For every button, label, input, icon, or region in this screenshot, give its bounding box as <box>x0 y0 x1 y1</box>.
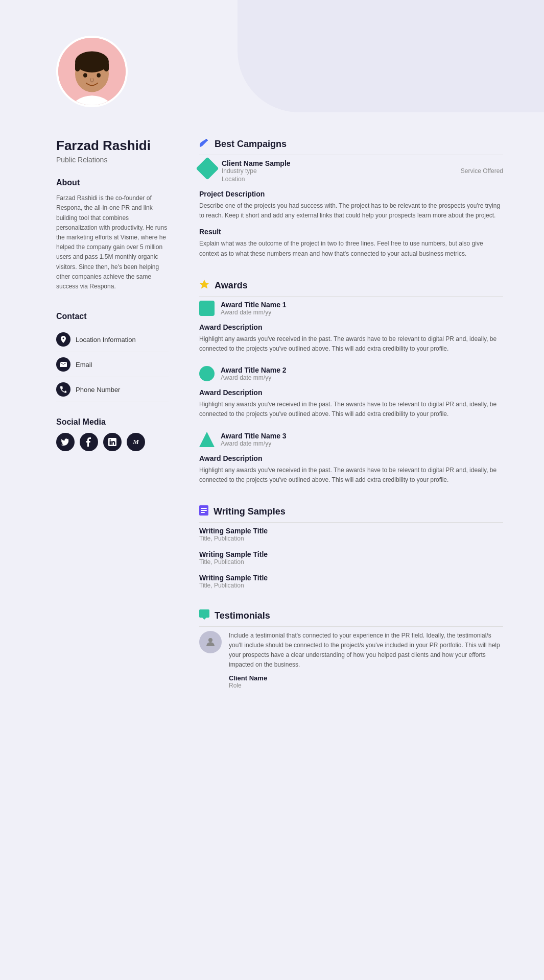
campaigns-title-row: Best Campaigns <box>199 138 503 155</box>
avatar <box>56 36 128 107</box>
testimonials-title-row: Testimonials <box>199 609 503 627</box>
writing-pub-2: Title, Publication <box>199 558 503 566</box>
contact-email-label: Email <box>76 361 92 369</box>
writing-title-2: Writing Sample Title <box>199 550 503 558</box>
profile-title: Public Relations <box>56 156 169 164</box>
writing-title-row: Writing Samples <box>199 505 503 523</box>
awards-section: Awards Award Title Name 1 Award date mm/… <box>199 279 503 485</box>
writing-item-3: Writing Sample Title Title, Publication <box>199 574 503 589</box>
campaign-meta-row: Industry type Service Offered <box>222 167 503 175</box>
writing-pub-1: Title, Publication <box>199 535 503 542</box>
award-date-2: Award date mm/yy <box>221 374 287 381</box>
award-info-1: Award Title Name 1 Award date mm/yy <box>221 301 287 316</box>
svg-rect-5 <box>75 62 80 71</box>
right-column: Best Campaigns Client Name Sample Indust… <box>199 138 503 709</box>
contact-phone[interactable]: Phone Number <box>56 377 169 402</box>
about-section: About Farzad Rashidi is the co-founder o… <box>56 178 169 291</box>
award-title-2: Award Title Name 2 <box>221 366 287 374</box>
campaign-industry: Industry type <box>222 167 257 175</box>
writing-samples-section: Writing Samples Writing Sample Title Tit… <box>199 505 503 589</box>
svg-point-14 <box>208 638 212 642</box>
writing-icon <box>199 505 208 518</box>
award-desc-text-2: Highlight any awards you've received in … <box>199 400 503 419</box>
svg-rect-6 <box>104 62 109 71</box>
award-title-1: Award Title Name 1 <box>221 301 287 309</box>
campaign-name: Client Name Sample <box>222 159 503 167</box>
social-media-heading: Social Media <box>56 418 169 427</box>
writing-item-2: Writing Sample Title Title, Publication <box>199 550 503 566</box>
campaign-location: Location <box>222 176 503 183</box>
award-desc-title-1: Award Description <box>199 323 503 331</box>
award-triangle-icon-3 <box>199 432 215 447</box>
email-icon <box>56 357 70 372</box>
svg-rect-13 <box>201 512 205 513</box>
svg-marker-9 <box>200 280 209 289</box>
about-text: Farzad Rashidi is the co-founder of Resp… <box>56 193 169 291</box>
about-heading: About <box>56 178 169 187</box>
avatar-wrapper <box>56 36 128 107</box>
contact-location[interactable]: Location Information <box>56 327 169 352</box>
phone-icon <box>56 382 70 397</box>
campaign-header: Client Name Sample Industry type Service… <box>199 159 503 183</box>
testimonial-avatar-1 <box>199 631 222 653</box>
contact-heading: Contact <box>56 312 169 321</box>
writing-heading: Writing Samples <box>214 506 286 517</box>
svg-point-8 <box>97 73 101 77</box>
profile-name: Farzad Rashidi <box>56 138 169 154</box>
svg-rect-12 <box>201 510 207 511</box>
social-media-section: Social Media M <box>56 418 169 451</box>
award-date-1: Award date mm/yy <box>221 309 287 316</box>
award-square-icon-1 <box>199 301 215 316</box>
svg-rect-11 <box>201 508 207 509</box>
campaign-service: Service Offered <box>461 167 503 175</box>
testimonial-content-1: Include a testimonial that's connected t… <box>229 631 503 689</box>
testimonials-section: Testimonials Include a testimonial that'… <box>199 609 503 689</box>
testimonial-role-1: Role <box>229 682 503 689</box>
project-description-text: Describe one of the projects you had suc… <box>199 201 503 220</box>
awards-heading: Awards <box>215 280 248 291</box>
award-header-2: Award Title Name 2 Award date mm/yy <box>199 366 503 381</box>
testimonial-text-1: Include a testimonial that's connected t… <box>229 631 503 670</box>
contact-location-label: Location Information <box>76 336 136 344</box>
social-icons-row: M <box>56 433 169 451</box>
twitter-icon[interactable] <box>56 433 75 451</box>
result-title: Result <box>199 228 503 236</box>
campaign-item: Client Name Sample Industry type Service… <box>199 159 503 259</box>
facebook-icon[interactable] <box>80 433 98 451</box>
medium-icon[interactable]: M <box>127 433 145 451</box>
award-info-2: Award Title Name 2 Award date mm/yy <box>221 366 287 381</box>
award-info-3: Award Title Name 3 Award date mm/yy <box>221 432 287 447</box>
project-description-title: Project Description <box>199 190 503 198</box>
contact-phone-label: Phone Number <box>76 386 120 394</box>
campaign-diamond-icon <box>196 157 219 180</box>
award-item-1: Award Title Name 1 Award date mm/yy Awar… <box>199 301 503 354</box>
award-desc-title-2: Award Description <box>199 388 503 397</box>
writing-title-1: Writing Sample Title <box>199 527 503 535</box>
award-circle-icon-2 <box>199 366 215 381</box>
testimonial-item-1: Include a testimonial that's connected t… <box>199 631 503 689</box>
testimonials-icon <box>199 609 209 622</box>
award-item-2: Award Title Name 2 Award date mm/yy Awar… <box>199 366 503 419</box>
testimonial-name-1: Client Name <box>229 674 503 682</box>
contact-section: Contact Location Information Email <box>56 312 169 402</box>
svg-point-4 <box>75 51 109 72</box>
best-campaigns-section: Best Campaigns Client Name Sample Indust… <box>199 138 503 259</box>
campaigns-icon <box>199 138 209 151</box>
linkedin-icon[interactable] <box>103 433 122 451</box>
awards-title-row: Awards <box>199 279 503 297</box>
award-desc-text-3: Highlight any awards you've received in … <box>199 465 503 485</box>
result-text: Explain what was the outcome of the proj… <box>199 239 503 258</box>
left-column: Farzad Rashidi Public Relations About Fa… <box>56 138 169 709</box>
award-header-1: Award Title Name 1 Award date mm/yy <box>199 301 503 316</box>
testimonials-heading: Testimonials <box>215 610 270 621</box>
award-title-3: Award Title Name 3 <box>221 432 287 440</box>
campaign-info: Client Name Sample Industry type Service… <box>222 159 503 183</box>
contact-email[interactable]: Email <box>56 352 169 377</box>
writing-pub-3: Title, Publication <box>199 582 503 589</box>
location-icon <box>56 332 70 347</box>
award-desc-title-3: Award Description <box>199 454 503 462</box>
writing-item-1: Writing Sample Title Title, Publication <box>199 527 503 542</box>
campaigns-heading: Best Campaigns <box>215 139 287 150</box>
svg-point-7 <box>83 73 87 77</box>
award-desc-text-1: Highlight any awards you've received in … <box>199 334 503 354</box>
